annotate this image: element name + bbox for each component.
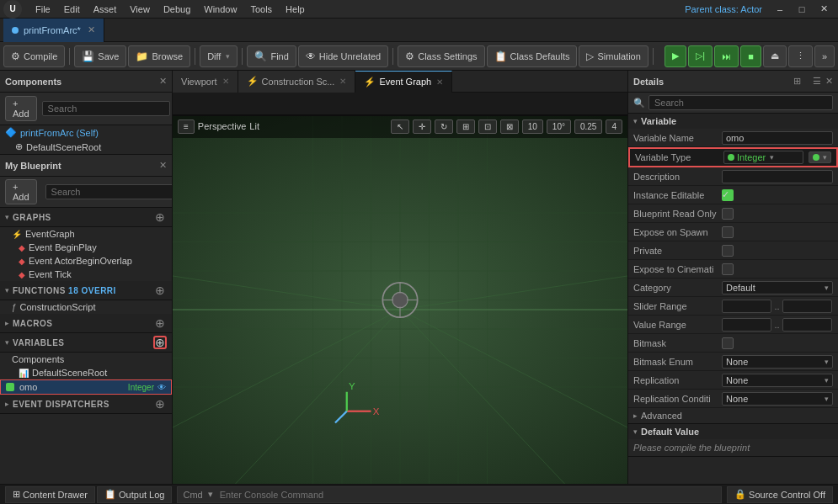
value-range-min-input[interactable] — [722, 318, 771, 332]
functions-section-header[interactable]: ▾ FUNCTIONS 18 OVERRI ⊕ — [0, 281, 172, 300]
category-select[interactable]: Default ▾ — [722, 281, 833, 294]
component-self-item[interactable]: 🔷 printFromArc (Self) — [0, 125, 172, 140]
macros-section-header[interactable]: ▸ MACROS ⊕ — [0, 314, 172, 333]
skip-button[interactable]: ⏭ — [714, 45, 739, 67]
tab-viewport-close-icon[interactable]: ✕ — [222, 77, 229, 86]
construction-script-item[interactable]: ƒ ConstructionScript — [0, 300, 172, 314]
hamburger-menu-button[interactable]: ≡ — [178, 119, 195, 134]
tab-construction-script[interactable]: ⚡ Construction Sc... ✕ — [238, 71, 356, 93]
variable-section-header[interactable]: ▾ Variable — [628, 114, 838, 129]
rep-condition-select[interactable]: None ▾ — [722, 392, 833, 406]
menu-debug[interactable]: Debug — [157, 3, 197, 16]
save-button[interactable]: 💾 Save — [74, 45, 126, 67]
macros-add-icon[interactable]: ⊕ — [153, 316, 167, 330]
cmd-dropdown-icon[interactable]: ▾ — [208, 489, 216, 500]
menu-window[interactable]: Window — [197, 3, 243, 16]
diff-button[interactable]: Diff ▾ — [200, 45, 238, 67]
eject-button[interactable]: ⏏ — [763, 45, 787, 67]
event-actoroverlap-item[interactable]: ◆ Event ActorBeginOverlap — [0, 254, 172, 268]
advanced-row[interactable]: ▸ Advanced — [628, 408, 838, 423]
more-options-button[interactable]: ⋮ — [788, 45, 813, 67]
blueprint-search-input[interactable] — [45, 184, 172, 199]
details-options-icon[interactable]: ☰ — [809, 73, 825, 90]
slider-range-min-input[interactable] — [722, 300, 771, 313]
close-button[interactable]: ✕ — [813, 0, 835, 19]
minimize-button[interactable]: – — [769, 0, 791, 19]
variables-section-header[interactable]: ▾ VARIABLES ⊕ — [0, 333, 172, 353]
instance-editable-checkbox[interactable]: ✓ — [722, 189, 734, 201]
maximize-button[interactable]: □ — [791, 0, 813, 19]
output-log-button[interactable]: 📋 Output Log — [97, 486, 172, 503]
variable-name-input[interactable] — [722, 131, 833, 145]
translate-tool-button[interactable]: ✛ — [413, 119, 431, 134]
camera-speed-value[interactable]: 4 — [606, 119, 622, 134]
tab-event-graph[interactable]: ⚡ Event Graph ✕ — [355, 71, 452, 93]
play-here-button[interactable]: ▷| — [688, 45, 713, 67]
event-dispatchers-add-icon[interactable]: ⊕ — [153, 397, 167, 411]
blueprint-add-button[interactable]: + Add — [5, 179, 37, 204]
expose-spawn-checkbox[interactable] — [722, 226, 734, 238]
value-range-max-input[interactable] — [782, 318, 832, 332]
stop-button[interactable]: ■ — [740, 45, 761, 67]
bitmask-checkbox[interactable] — [722, 337, 734, 349]
event-tick-item[interactable]: ◆ Event Tick — [0, 268, 172, 281]
variable-type-dropdown-icon[interactable]: ▾ — [770, 153, 774, 162]
variable-type-badge[interactable]: Integer ▾ — [723, 151, 803, 164]
find-button[interactable]: 🔍 Find — [247, 45, 296, 67]
class-defaults-button[interactable]: 📋 Class Defaults — [487, 45, 578, 67]
3d-viewport[interactable]: X Y — [173, 116, 627, 484]
tab-event-graph-close-icon[interactable]: ✕ — [436, 77, 443, 87]
local-global-button[interactable]: ⊡ — [478, 119, 497, 134]
play-button[interactable]: ▶ — [665, 45, 686, 67]
variables-add-icon[interactable]: ⊕ — [153, 336, 167, 349]
tab-close-icon[interactable]: ✕ — [88, 24, 95, 35]
rotate-tool-button[interactable]: ↻ — [435, 119, 453, 134]
hide-unrelated-button[interactable]: 👁 Hide Unrelated — [298, 45, 388, 67]
expose-cinema-checkbox[interactable] — [722, 263, 734, 275]
details-grid-icon[interactable]: ⊞ — [788, 73, 805, 90]
component-root-item[interactable]: ⊕ DefaultSceneRoot — [0, 140, 172, 154]
event-graph-item[interactable]: ⚡ EventGraph — [0, 227, 172, 241]
browse-button[interactable]: 📁 Browse — [128, 45, 190, 67]
menu-view[interactable]: View — [123, 3, 157, 16]
menu-edit[interactable]: Edit — [57, 3, 87, 16]
variable-mode-arrow-icon[interactable]: ▾ — [823, 153, 827, 162]
content-drawer-button[interactable]: ⊞ Content Drawer — [5, 486, 95, 503]
slider-range-max-input[interactable] — [782, 300, 832, 313]
expand-button[interactable]: » — [814, 45, 835, 67]
functions-add-icon[interactable]: ⊕ — [153, 284, 167, 297]
class-settings-button[interactable]: ⚙ Class Settings — [398, 45, 484, 67]
menu-file[interactable]: File — [29, 3, 57, 16]
description-input[interactable] — [722, 170, 833, 183]
grid-snap-value[interactable]: 10 — [522, 119, 543, 134]
details-search-input[interactable] — [649, 95, 833, 110]
menu-asset[interactable]: Asset — [87, 3, 124, 16]
graphs-add-icon[interactable]: ⊕ — [153, 210, 167, 224]
bp-read-only-checkbox[interactable] — [722, 208, 734, 220]
components-search-input[interactable] — [42, 101, 170, 116]
compile-button[interactable]: ⚙ Compile — [3, 45, 65, 67]
select-tool-button[interactable]: ↖ — [391, 119, 409, 134]
lit-label[interactable]: Lit — [249, 121, 259, 131]
default-scene-root-var-item[interactable]: 📊 DefaultSceneRoot — [0, 366, 172, 379]
perspective-label[interactable]: Perspective — [198, 121, 246, 131]
tab-construction-close-icon[interactable]: ✕ — [339, 77, 346, 86]
graphs-section-header[interactable]: ▾ GRAPHS ⊕ — [0, 208, 172, 227]
event-dispatchers-section-header[interactable]: ▸ EVENT DISPATCHERS ⊕ — [0, 395, 172, 414]
file-tab[interactable]: printFromArc* ✕ — [3, 19, 104, 42]
surface-snapping-button[interactable]: ⊠ — [500, 119, 519, 134]
omo-variable-item[interactable]: omo Integer 👁 — [0, 379, 172, 395]
replication-select[interactable]: None ▾ — [722, 374, 833, 387]
blueprint-close-icon[interactable]: ✕ — [159, 160, 167, 171]
scale-snap-value[interactable]: 0.25 — [574, 119, 602, 134]
omo-var-visibility-icon[interactable]: 👁 — [157, 383, 166, 392]
components-category-item[interactable]: Components — [0, 353, 172, 366]
bitmask-enum-select[interactable]: None ▾ — [722, 355, 833, 369]
components-add-button[interactable]: + Add — [5, 96, 37, 121]
private-checkbox[interactable] — [722, 245, 734, 257]
event-beginplay-item[interactable]: ◆ Event BeginPlay — [0, 241, 172, 254]
components-close-icon[interactable]: ✕ — [159, 76, 167, 87]
console-command-input[interactable] — [216, 490, 721, 500]
simulation-button[interactable]: ▷ Simulation — [579, 45, 648, 67]
variable-type-mode-button[interactable]: ▾ — [809, 151, 831, 163]
